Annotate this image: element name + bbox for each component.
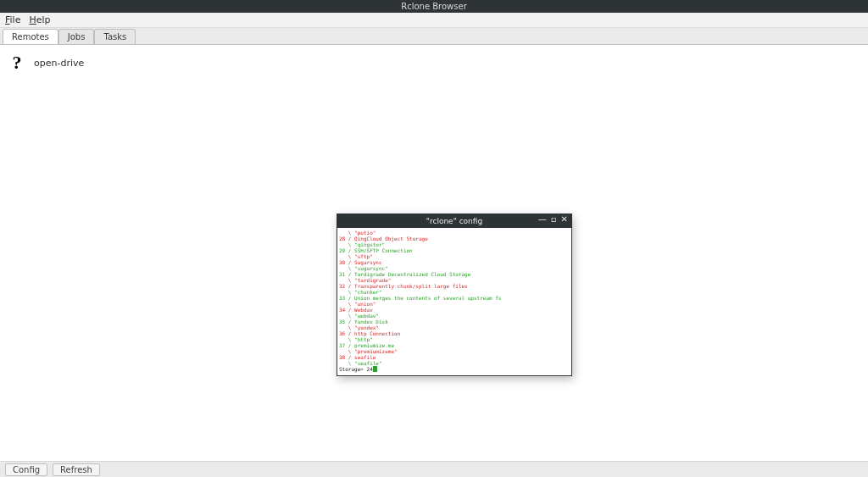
remote-label: open-drive (34, 58, 84, 69)
close-icon[interactable]: ✕ (561, 215, 568, 224)
tab-jobs[interactable]: Jobs (58, 29, 95, 44)
terminal-body[interactable]: \ "putio"28 / QingCloud Object Storage \… (337, 228, 571, 375)
terminal-window: "rclone" config — ▫ ✕ \ "putio"28 / Qing… (337, 214, 572, 376)
main-window-title: Rclone Browser (401, 2, 467, 11)
remote-item[interactable]: ? open-drive (8, 52, 84, 74)
terminal-title: "rclone" config (426, 217, 482, 225)
config-button[interactable]: Config (5, 463, 47, 476)
workarea: ? open-drive "rclone" config — ▫ ✕ \ "pu… (0, 45, 868, 462)
menu-file[interactable]: File (5, 14, 20, 25)
question-icon: ? (8, 52, 25, 74)
tab-remotes[interactable]: Remotes (3, 29, 58, 44)
refresh-button[interactable]: Refresh (53, 463, 100, 476)
terminal-controls: — ▫ ✕ (538, 215, 568, 224)
maximize-icon[interactable]: ▫ (551, 215, 557, 224)
menubar: File Help (0, 13, 868, 28)
main-window-titlebar: Rclone Browser (0, 0, 868, 13)
terminal-titlebar[interactable]: "rclone" config — ▫ ✕ (337, 214, 571, 228)
menu-help[interactable]: Help (29, 14, 50, 25)
tab-tasks[interactable]: Tasks (94, 29, 136, 44)
minimize-icon[interactable]: — (538, 215, 547, 224)
tabs: Remotes Jobs Tasks (0, 28, 868, 45)
bottombar: Config Refresh (0, 462, 868, 477)
